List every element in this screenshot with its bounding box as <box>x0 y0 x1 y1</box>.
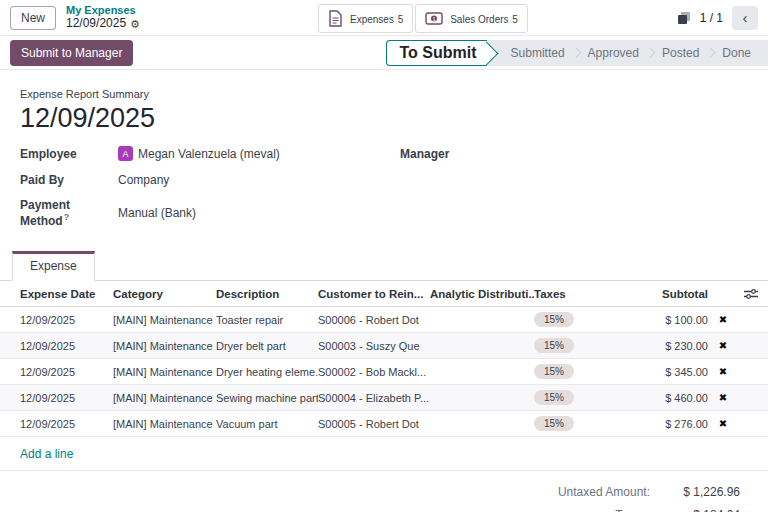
cell-category[interactable]: [MAIN] Maintenance <box>113 418 216 430</box>
cell-subtotal[interactable]: $ 460.00 <box>618 392 708 404</box>
tab-expense[interactable]: Expense <box>12 251 95 281</box>
cell-description[interactable]: Dryer belt part <box>216 340 318 352</box>
delete-row-icon[interactable]: ✖ <box>708 340 738 351</box>
cell-description[interactable]: Toaster repair <box>216 314 318 326</box>
status-step-approved[interactable]: Approved <box>577 46 650 60</box>
stat-count: 5 <box>398 14 404 25</box>
col-taxes[interactable]: Taxes <box>534 288 618 300</box>
table-row[interactable]: 12/09/2025 [MAIN] Maintenance Sewing mac… <box>0 385 768 411</box>
form-sheet: Expense Report Summary 12/09/2025 Employ… <box>0 70 768 512</box>
employee-label: Employee <box>20 147 118 161</box>
cell-subtotal[interactable]: $ 100.00 <box>618 314 708 326</box>
cell-category[interactable]: [MAIN] Maintenance <box>113 366 216 378</box>
cell-date[interactable]: 12/09/2025 <box>20 418 113 430</box>
svg-text:1: 1 <box>433 16 436 22</box>
table-row[interactable]: 12/09/2025 [MAIN] Maintenance Dryer heat… <box>0 359 768 385</box>
expenses-stat-button[interactable]: Expenses 5 <box>318 4 413 33</box>
add-a-line-link[interactable]: Add a line <box>20 447 73 461</box>
payment-method-label: Payment Method? <box>20 198 118 228</box>
optional-columns-icon[interactable] <box>738 288 764 300</box>
status-step-to-submit[interactable]: To Submit <box>386 40 487 66</box>
cell-customer[interactable]: S00002 - Bob Mackl... <box>318 366 430 378</box>
stat-count: 5 <box>512 14 518 25</box>
cell-subtotal[interactable]: $ 345.00 <box>618 366 708 378</box>
money-icon: 1 <box>425 12 443 25</box>
paid-by-label: Paid By <box>20 173 118 187</box>
new-button[interactable]: New <box>10 6 56 30</box>
cell-date[interactable]: 12/09/2025 <box>20 314 113 326</box>
form-fields: Employee A Megan Valenzuela (meval) Paid… <box>20 146 748 239</box>
layers-icon[interactable] <box>677 11 691 25</box>
pager-previous-button[interactable]: ‹ <box>732 6 758 30</box>
expense-lines-table: Expense Date Category Description Custom… <box>0 281 768 471</box>
employee-value[interactable]: Megan Valenzuela (meval) <box>138 147 280 161</box>
col-analytic[interactable]: Analytic Distributi... <box>430 288 534 300</box>
paid-by-value[interactable]: Company <box>118 173 169 187</box>
delete-row-icon[interactable]: ✖ <box>708 314 738 325</box>
stat-label: Expenses <box>350 14 394 25</box>
cell-description[interactable]: Sewing machine part <box>216 392 318 404</box>
payment-method-value[interactable]: Manual (Bank) <box>118 206 196 220</box>
cell-category[interactable]: [MAIN] Maintenance <box>113 392 216 404</box>
table-header-row: Expense Date Category Description Custom… <box>0 281 768 307</box>
table-row[interactable]: 12/09/2025 [MAIN] Maintenance Dryer belt… <box>0 333 768 359</box>
col-category[interactable]: Category <box>113 288 216 300</box>
action-bar: Submit to Manager To Submit Submitted Ap… <box>0 36 768 70</box>
gear-icon[interactable]: ⚙ <box>130 18 140 31</box>
status-bar: To Submit Submitted Approved Posted Done <box>386 40 768 66</box>
cell-date[interactable]: 12/09/2025 <box>20 366 113 378</box>
sales-orders-stat-button[interactable]: 1 Sales Orders 5 <box>415 4 528 33</box>
col-subtotal[interactable]: Subtotal <box>618 288 708 300</box>
untaxed-amount-label: Untaxed Amount: <box>480 485 650 499</box>
cell-date[interactable]: 12/09/2025 <box>20 340 113 352</box>
col-expense-date[interactable]: Expense Date <box>20 288 113 300</box>
tax-badge[interactable]: 15% <box>534 312 574 327</box>
avatar: A <box>118 146 133 161</box>
totals-section: Untaxed Amount: $ 1,226.96 Taxes: $ 184.… <box>0 471 768 512</box>
tax-badge[interactable]: 15% <box>534 338 574 353</box>
stat-label: Sales Orders <box>450 14 508 25</box>
table-row[interactable]: 12/09/2025 [MAIN] Maintenance Toaster re… <box>0 307 768 333</box>
employee-field[interactable]: A Megan Valenzuela (meval) <box>118 146 280 161</box>
stat-button-group: Expenses 5 1 Sales Orders 5 <box>318 4 528 33</box>
delete-row-icon[interactable]: ✖ <box>708 418 738 429</box>
summary-label: Expense Report Summary <box>20 88 748 100</box>
help-icon[interactable]: ? <box>64 212 70 222</box>
document-icon <box>328 10 343 27</box>
top-bar: New My Expenses 12/09/2025 ⚙ Expenses 5 … <box>0 0 768 36</box>
record-pager: 1 / 1 ‹ <box>677 6 758 30</box>
manager-label: Manager <box>400 147 498 161</box>
cell-category[interactable]: [MAIN] Maintenance <box>113 340 216 352</box>
pager-count: 1 / 1 <box>700 11 723 25</box>
table-row[interactable]: 12/09/2025 [MAIN] Maintenance Vacuum par… <box>0 411 768 437</box>
tax-badge[interactable]: 15% <box>534 390 574 405</box>
taxes-label: Taxes: <box>480 508 650 512</box>
cell-date[interactable]: 12/09/2025 <box>20 392 113 404</box>
cell-description[interactable]: Vacuum part <box>216 418 318 430</box>
submit-to-manager-button[interactable]: Submit to Manager <box>10 40 133 66</box>
status-step-submitted[interactable]: Submitted <box>500 46 576 60</box>
breadcrumb: My Expenses 12/09/2025 ⚙ <box>66 4 140 30</box>
delete-row-icon[interactable]: ✖ <box>708 392 738 403</box>
report-title[interactable]: 12/09/2025 <box>20 103 748 134</box>
cell-customer[interactable]: S00005 - Robert Dot <box>318 418 430 430</box>
untaxed-amount-value: $ 1,226.96 <box>662 485 740 499</box>
tax-badge[interactable]: 15% <box>534 416 574 431</box>
cell-subtotal[interactable]: $ 276.00 <box>618 418 708 430</box>
cell-customer[interactable]: S00006 - Robert Dot <box>318 314 430 326</box>
status-step-posted[interactable]: Posted <box>651 46 710 60</box>
cell-customer[interactable]: S00003 - Suszy Que <box>318 340 430 352</box>
cell-subtotal[interactable]: $ 230.00 <box>618 340 708 352</box>
breadcrumb-current: 12/09/2025 <box>66 17 126 31</box>
tax-badge[interactable]: 15% <box>534 364 574 379</box>
status-step-done[interactable]: Done <box>711 46 762 60</box>
taxes-value: $ 184.04 <box>662 508 740 512</box>
col-customer[interactable]: Customer to Rein... <box>318 288 430 300</box>
delete-row-icon[interactable]: ✖ <box>708 366 738 377</box>
col-description[interactable]: Description <box>216 288 318 300</box>
cell-customer[interactable]: S00004 - Elizabeth P... <box>318 392 430 404</box>
notebook-tabs: Expense <box>0 251 768 281</box>
cell-category[interactable]: [MAIN] Maintenance <box>113 314 216 326</box>
cell-description[interactable]: Dryer heating eleme... <box>216 366 318 378</box>
